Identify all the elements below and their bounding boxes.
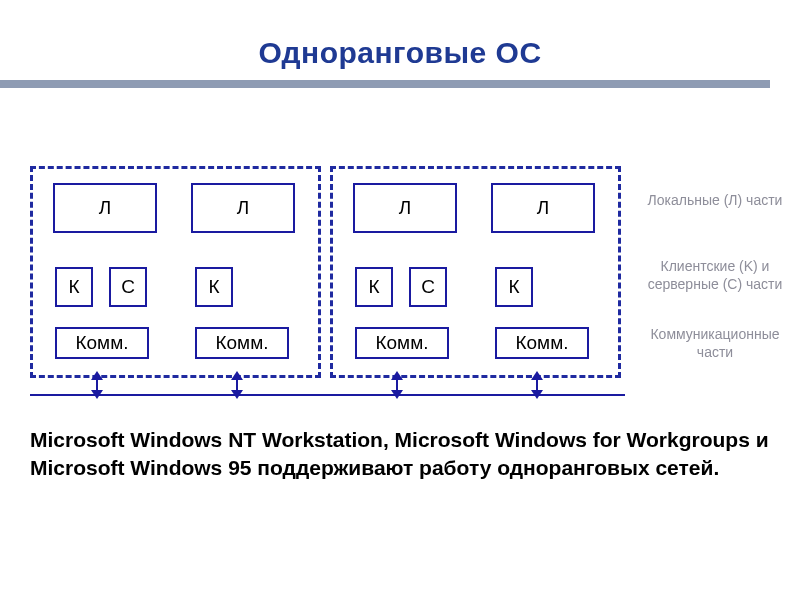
comm-box: Комм. bbox=[355, 327, 449, 359]
legend-local: Локальные (Л) части bbox=[635, 192, 795, 210]
client-box: К bbox=[195, 267, 233, 307]
bus-connector-icon bbox=[392, 373, 402, 397]
title-rule bbox=[0, 80, 770, 88]
legend-ks: Клиентские (K) и серверные (C) части bbox=[635, 258, 795, 293]
comm-box: Комм. bbox=[55, 327, 149, 359]
peer-group-1: Л К С Комм. Л К Комм. bbox=[330, 166, 621, 378]
comm-box: Комм. bbox=[495, 327, 589, 359]
bus-connector-icon bbox=[532, 373, 542, 397]
footer-description: Microsoft Windows NT Workstation, Micros… bbox=[30, 426, 770, 483]
server-box: С bbox=[109, 267, 147, 307]
local-box: Л bbox=[191, 183, 295, 233]
local-box: Л bbox=[53, 183, 157, 233]
peer-group-0: Л К С Комм. Л К Комм. bbox=[30, 166, 321, 378]
client-box: К bbox=[355, 267, 393, 307]
local-box: Л bbox=[491, 183, 595, 233]
client-box: К bbox=[55, 267, 93, 307]
comm-box: Комм. bbox=[195, 327, 289, 359]
local-box: Л bbox=[353, 183, 457, 233]
legend-comm: Коммуникационные части bbox=[635, 326, 795, 361]
slide-title: Одноранговые ОС bbox=[0, 0, 800, 70]
bus-connector-icon bbox=[232, 373, 242, 397]
diagram-stage: Л К С Комм. Л К Комм. Л К С Комм. Л К Ко… bbox=[30, 166, 770, 396]
bus-connector-icon bbox=[92, 373, 102, 397]
client-box: К bbox=[495, 267, 533, 307]
server-box: С bbox=[409, 267, 447, 307]
